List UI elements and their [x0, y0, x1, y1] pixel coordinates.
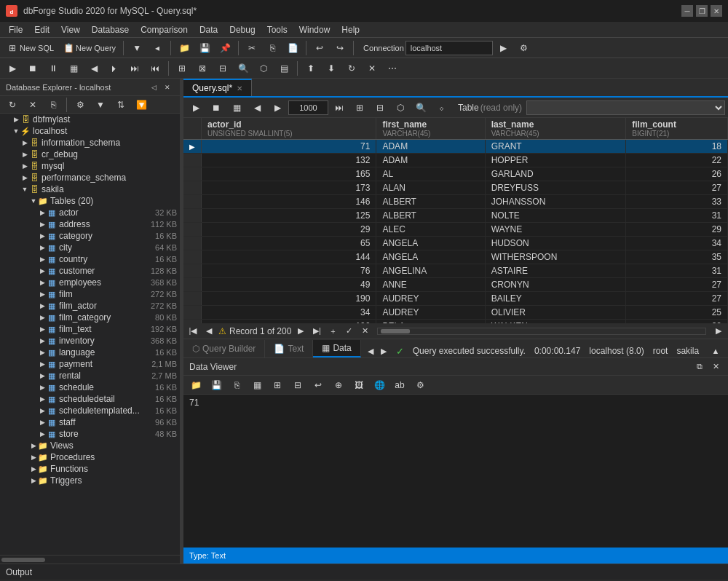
tree-item-actor[interactable]: ▶ ▦ actor 32 KB	[0, 207, 180, 218]
tree-item-scheduledetail[interactable]: ▶ ▦ scheduledetail 16 KB	[0, 393, 180, 405]
tree-item-payment[interactable]: ▶ ▦ payment 2,1 MB	[0, 358, 180, 370]
tree-item-views[interactable]: ▶ 📁 Views	[0, 440, 180, 451]
tb2-btn4[interactable]: ▦	[64, 60, 83, 76]
menu-tools[interactable]: Tools	[261, 23, 293, 36]
tree-item-sakila[interactable]: ▼ 🗄 sakila	[0, 183, 180, 195]
tree-item-customer[interactable]: ▶ ▦ customer 128 KB	[0, 265, 180, 277]
sidebar-scrollbar[interactable]	[0, 555, 180, 564]
tree-item-store[interactable]: ▶ ▦ store 48 KB	[0, 428, 180, 440]
close-button[interactable]: ✕	[711, 5, 722, 17]
tree-item-functions[interactable]: ▶ 📁 Functions	[0, 463, 180, 475]
tab-text[interactable]: 📄 Text	[265, 340, 313, 357]
table-row[interactable]: 144ANGELAWITHERSPOON35	[183, 250, 728, 264]
tree-item-schedule[interactable]: ▶ ▦ schedule 16 KB	[0, 382, 180, 393]
tree-item-tables[interactable]: ▼ 📁 Tables (20)	[0, 195, 180, 207]
menu-file[interactable]: File	[3, 23, 28, 36]
next-record-button[interactable]: ▶	[294, 325, 307, 338]
tree-item-film_text[interactable]: ▶ ▦ film_text 192 KB	[0, 323, 180, 335]
tb2-btn2[interactable]: ⏹	[23, 60, 42, 76]
dv-settings-button[interactable]: ⚙	[411, 377, 430, 393]
export-button[interactable]: ⬡	[391, 100, 410, 116]
tb2-btn3[interactable]: ⏸	[44, 60, 63, 76]
tb2-btn11[interactable]: ⊟	[213, 60, 232, 76]
tree-item-cr-debug[interactable]: ▶ 🗄 cr_debug	[0, 149, 180, 160]
table-row[interactable]: 146ALBERTJOHANSSON33	[183, 195, 728, 209]
dv-geo-button[interactable]: 🌐	[370, 377, 389, 393]
sidebar-remove-button[interactable]: ✕	[23, 97, 42, 113]
row-count-input[interactable]	[288, 100, 328, 115]
menu-debug[interactable]: Debug	[223, 23, 261, 36]
tb2-btn14[interactable]: ▤	[274, 60, 293, 76]
dv-btn6[interactable]: ⊟	[288, 377, 307, 393]
menu-database[interactable]: Database	[86, 23, 135, 36]
dv-format-button[interactable]: ab	[390, 377, 409, 393]
last-record-button[interactable]: ▶|	[310, 325, 323, 338]
dv-btn5[interactable]: ⊞	[268, 377, 287, 393]
menu-view[interactable]: View	[55, 23, 86, 36]
tree-item-mysql[interactable]: ▶ 🗄 mysql	[0, 160, 180, 172]
tb2-btn8[interactable]: ⏮	[146, 60, 165, 76]
tb2-execute-button[interactable]: ⬆	[301, 60, 320, 76]
check-record-button[interactable]: ✓	[342, 325, 355, 338]
dv-image-button[interactable]: 🖼	[349, 377, 368, 393]
table-row[interactable]: ▶71ADAMGRANT18	[183, 140, 728, 154]
tb2-btn7[interactable]: ⏭	[125, 60, 144, 76]
last-page-button[interactable]: ⏭	[330, 100, 349, 116]
tree-item-staff[interactable]: ▶ ▦ staff 96 KB	[0, 416, 180, 428]
toolbar-btn-4[interactable]: ◂	[148, 40, 167, 56]
tree-item-film_category[interactable]: ▶ ▦ film_category 80 KB	[0, 312, 180, 323]
table-row[interactable]: 34AUDREYOLIVIER25	[183, 306, 728, 320]
paste-button[interactable]: 📄	[283, 40, 302, 56]
menu-window[interactable]: Window	[293, 23, 336, 36]
grid-scrollbar[interactable]	[377, 328, 706, 335]
table-row[interactable]: 76ANGELINAASTAIRE31	[183, 264, 728, 278]
tree-item-category[interactable]: ▶ ▦ category 16 KB	[0, 230, 180, 242]
menu-comparison[interactable]: Comparison	[135, 23, 194, 36]
tb2-btn5[interactable]: ◀	[84, 60, 103, 76]
table-row[interactable]: 49ANNECRONYN27	[183, 278, 728, 292]
two-col-button[interactable]: ⊟	[371, 100, 389, 116]
prev-record-button[interactable]: ◀	[202, 325, 215, 338]
col-last-name[interactable]: last_nameVARCHAR(45)	[485, 118, 626, 140]
open-button[interactable]: 📁	[175, 40, 194, 56]
table-row[interactable]: 29ALECWAYNE29	[183, 223, 728, 237]
pin-button[interactable]: 📌	[215, 40, 234, 56]
settings-data-button[interactable]: ⬦	[432, 100, 451, 116]
new-query-button[interactable]: 📋 New Query	[59, 40, 119, 56]
tab-query-sql[interactable]: Query.sql* ✕	[183, 79, 252, 96]
dv-btn8[interactable]: ⊕	[329, 377, 348, 393]
all-button[interactable]: ⊞	[350, 100, 369, 116]
prev-page-button[interactable]: ◀	[248, 100, 266, 116]
tree-item-triggers[interactable]: ▶ 📁 Triggers	[0, 475, 180, 486]
sidebar-collapse-button[interactable]: ◁	[151, 82, 161, 92]
next-page-button[interactable]: ▶	[268, 100, 287, 116]
connection-settings-button[interactable]: ⚙	[515, 40, 534, 56]
dv-save-button[interactable]: 💾	[207, 377, 226, 393]
add-record-button[interactable]: +	[326, 325, 339, 338]
tb2-format-button[interactable]: ⬇	[322, 60, 341, 76]
next-bottom-tab[interactable]: ▶	[377, 344, 390, 357]
expand-status-button[interactable]: ▲	[709, 344, 722, 357]
sidebar-filter2-button[interactable]: 🔽	[132, 97, 151, 113]
minimize-button[interactable]: ─	[681, 5, 693, 17]
sidebar-refresh-button[interactable]: ↻	[3, 97, 22, 113]
menu-edit[interactable]: Edit	[28, 23, 55, 36]
sidebar-sort-button[interactable]: ⇅	[111, 97, 130, 113]
tb2-btn12[interactable]: 🔍	[234, 60, 253, 76]
toolbar-btn-3[interactable]: ▼	[127, 40, 146, 56]
data-viewer-float-button[interactable]: ⧉	[693, 360, 706, 374]
col-actor-id[interactable]: actor_idUNSIGNED SMALLINT(5)	[202, 118, 376, 140]
tree-item-address[interactable]: ▶ ▦ address 112 KB	[0, 218, 180, 230]
tree-item-scheduletemplated...[interactable]: ▶ ▦ scheduletemplated... 16 KB	[0, 405, 180, 416]
tb2-btn9[interactable]: ⊞	[173, 60, 191, 76]
tree-item-procedures[interactable]: ▶ 📁 Procedures	[0, 451, 180, 463]
tree-item-performance-schema[interactable]: ▶ 🗄 performance_schema	[0, 172, 180, 183]
tree-item-country[interactable]: ▶ ▦ country 16 KB	[0, 253, 180, 265]
col-first-name[interactable]: first_nameVARCHAR(45)	[376, 118, 485, 140]
tree-item-employees[interactable]: ▶ ▦ employees 368 KB	[0, 277, 180, 288]
output-bar[interactable]: Output	[0, 564, 728, 580]
tree-item-rental[interactable]: ▶ ▦ rental 2,7 MB	[0, 370, 180, 382]
sidebar-settings-button[interactable]: ⚙	[71, 97, 90, 113]
restore-button[interactable]: ❐	[696, 5, 708, 17]
run-button[interactable]: ▶	[186, 100, 205, 116]
